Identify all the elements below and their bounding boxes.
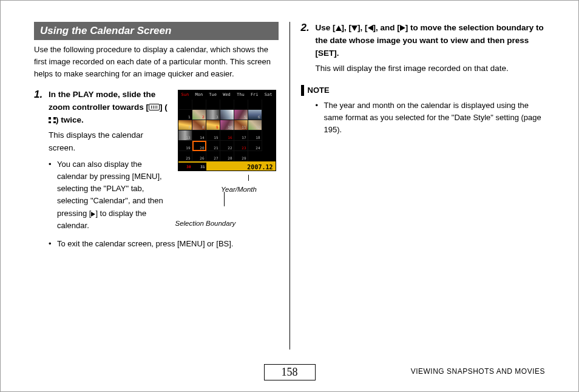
- step-1-bullet-2: • To exit the calendar screen, press [ME…: [49, 238, 279, 250]
- selection-boundary-label: Selection Boundary: [175, 218, 279, 229]
- wide-zoom-icon: [149, 104, 160, 110]
- intro-text: Use the following procedure to display a…: [34, 44, 279, 80]
- step-2-body: Use [], [], [], and [] to move the selec…: [316, 22, 546, 75]
- step-1-bullet-1: • You can also display the calendar by p…: [49, 158, 171, 232]
- calendar-thumbnail: Sun Mon Tue Wed Thu Fri Sat 1 2345678: [178, 90, 276, 171]
- step-2: 2. Use [], [], [], and [] to move the se…: [301, 22, 546, 75]
- right-column: 2. Use [], [], [], and [] to move the se…: [290, 22, 546, 340]
- step-1-number: 1.: [34, 89, 49, 252]
- step-1-title: In the PLAY mode, slide the zoom control…: [49, 89, 171, 127]
- right-arrow-icon: [400, 25, 405, 31]
- page-content: Using the Calendar Screen Use the follow…: [1, 1, 578, 340]
- step-1-body: In the PLAY mode, slide the zoom control…: [49, 89, 279, 252]
- page-footer: 158: [1, 364, 578, 380]
- up-arrow-icon: [336, 25, 342, 31]
- left-column: Using the Calendar Screen Use the follow…: [34, 22, 290, 340]
- note-heading: NOTE: [301, 85, 546, 96]
- multi-image-icon: [49, 117, 56, 123]
- year-month-label: Year/Month: [188, 184, 291, 195]
- note-bullet: • The year and month on the calendar is …: [316, 100, 546, 136]
- selected-date-cell: 20: [192, 141, 206, 151]
- down-arrow-icon: [351, 25, 357, 31]
- step-2-desc: This will display the first image record…: [316, 63, 546, 75]
- page-number: 158: [264, 364, 316, 380]
- step-2-title: Use [], [], [], and [] to move the selec…: [316, 22, 546, 60]
- step-1: 1. In the PLAY mode, slide the zoom cont…: [34, 89, 279, 252]
- section-heading: Using the Calendar Screen: [34, 22, 279, 40]
- left-arrow-icon: [368, 25, 373, 31]
- calendar-figure: Sun Mon Tue Wed Thu Fri Sat 1 2345678: [175, 89, 279, 234]
- note-bar-icon: [301, 85, 304, 96]
- step-1-desc: This displays the calendar screen.: [49, 129, 171, 155]
- calendar-year-month: 3031 2007.12: [178, 161, 276, 171]
- step-2-number: 2.: [301, 22, 316, 75]
